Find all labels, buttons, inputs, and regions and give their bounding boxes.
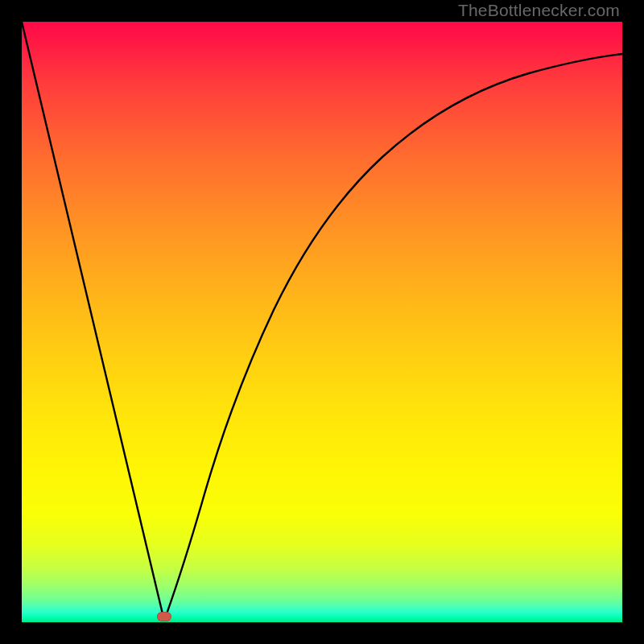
curve-right-segment xyxy=(164,54,622,621)
bottleneck-curve xyxy=(22,22,622,622)
curve-left-segment xyxy=(22,22,164,621)
watermark-text: TheBottlenecker.com xyxy=(458,1,620,20)
optimum-marker xyxy=(157,612,171,621)
plot-area xyxy=(22,22,622,622)
chart-container: TheBottlenecker.com xyxy=(0,0,644,644)
